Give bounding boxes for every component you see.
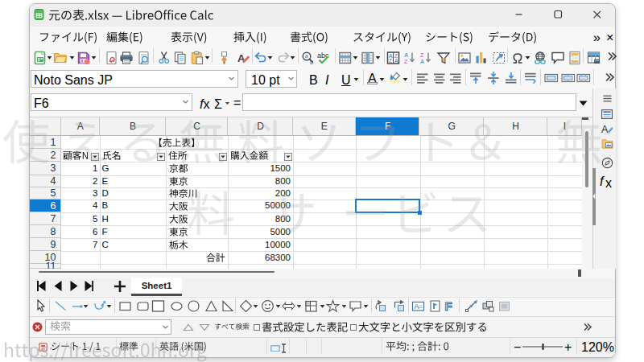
svg-text:a: a xyxy=(304,53,308,59)
svg-text:F: F xyxy=(445,299,452,313)
svg-text:d: d xyxy=(310,60,313,65)
svg-text:Z: Z xyxy=(389,58,393,64)
svg-text:Z: Z xyxy=(404,59,408,64)
svg-text:Z: Z xyxy=(420,52,424,58)
svg-text:A: A xyxy=(394,58,398,64)
svg-text:A: A xyxy=(415,302,419,311)
svg-text:A: A xyxy=(420,59,424,64)
svg-text:A: A xyxy=(404,52,408,58)
